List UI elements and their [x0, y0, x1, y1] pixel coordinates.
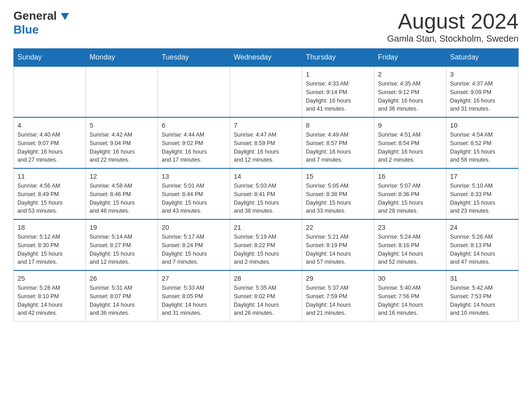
- month-title: August 2024: [387, 9, 519, 34]
- day-info: Sunrise: 5:05 AM Sunset: 8:38 PM Dayligh…: [306, 182, 370, 215]
- calendar-cell: 7Sunrise: 4:47 AM Sunset: 8:59 PM Daylig…: [230, 117, 302, 168]
- page-header: General Blue August 2024 Gamla Stan, Sto…: [13, 9, 519, 44]
- header-thursday: Thursday: [302, 49, 374, 67]
- day-info: Sunrise: 4:35 AM Sunset: 9:12 PM Dayligh…: [378, 80, 442, 113]
- day-info: Sunrise: 4:58 AM Sunset: 8:46 PM Dayligh…: [90, 182, 154, 215]
- day-info: Sunrise: 5:26 AM Sunset: 8:13 PM Dayligh…: [450, 233, 515, 266]
- day-info: Sunrise: 4:49 AM Sunset: 8:57 PM Dayligh…: [306, 131, 370, 164]
- day-number: 29: [306, 274, 370, 282]
- day-number: 19: [90, 223, 154, 231]
- svg-marker-0: [61, 13, 69, 20]
- day-info: Sunrise: 4:47 AM Sunset: 8:59 PM Dayligh…: [234, 131, 298, 164]
- day-number: 25: [17, 274, 82, 282]
- day-info: Sunrise: 5:40 AM Sunset: 7:56 PM Dayligh…: [378, 284, 442, 317]
- calendar-cell: 11Sunrise: 4:56 AM Sunset: 8:49 PM Dayli…: [14, 168, 86, 219]
- calendar-cell: 9Sunrise: 4:51 AM Sunset: 8:54 PM Daylig…: [374, 117, 446, 168]
- header-friday: Friday: [374, 49, 446, 67]
- day-number: 5: [90, 121, 154, 129]
- calendar-cell: 8Sunrise: 4:49 AM Sunset: 8:57 PM Daylig…: [302, 117, 374, 168]
- calendar-cell: 16Sunrise: 5:07 AM Sunset: 8:36 PM Dayli…: [374, 168, 446, 219]
- location-text: Gamla Stan, Stockholm, Sweden: [387, 34, 519, 44]
- logo: General Blue: [13, 9, 69, 37]
- day-info: Sunrise: 5:12 AM Sunset: 8:30 PM Dayligh…: [17, 233, 82, 266]
- day-info: Sunrise: 4:40 AM Sunset: 9:07 PM Dayligh…: [17, 131, 82, 164]
- calendar-cell: [86, 66, 158, 117]
- day-info: Sunrise: 4:33 AM Sunset: 9:14 PM Dayligh…: [306, 80, 370, 113]
- calendar-cell: 13Sunrise: 5:01 AM Sunset: 8:44 PM Dayli…: [158, 168, 230, 219]
- calendar-cell: 21Sunrise: 5:19 AM Sunset: 8:22 PM Dayli…: [230, 219, 302, 270]
- day-number: 4: [17, 121, 82, 129]
- day-number: 17: [450, 172, 515, 180]
- calendar-cell: 25Sunrise: 5:28 AM Sunset: 8:10 PM Dayli…: [14, 270, 86, 321]
- day-number: 18: [17, 223, 82, 231]
- calendar-cell: 3Sunrise: 4:37 AM Sunset: 9:09 PM Daylig…: [446, 66, 519, 117]
- calendar-cell: [14, 66, 86, 117]
- logo-blue-text: Blue: [13, 23, 39, 36]
- day-info: Sunrise: 5:03 AM Sunset: 8:41 PM Dayligh…: [234, 182, 298, 215]
- calendar-cell: 20Sunrise: 5:17 AM Sunset: 8:24 PM Dayli…: [158, 219, 230, 270]
- calendar-week-row: 1Sunrise: 4:33 AM Sunset: 9:14 PM Daylig…: [14, 66, 519, 117]
- calendar-cell: 19Sunrise: 5:14 AM Sunset: 8:27 PM Dayli…: [86, 219, 158, 270]
- calendar-cell: 1Sunrise: 4:33 AM Sunset: 9:14 PM Daylig…: [302, 66, 374, 117]
- day-number: 3: [450, 70, 515, 78]
- calendar-cell: 2Sunrise: 4:35 AM Sunset: 9:12 PM Daylig…: [374, 66, 446, 117]
- day-info: Sunrise: 4:51 AM Sunset: 8:54 PM Dayligh…: [378, 131, 442, 164]
- header-tuesday: Tuesday: [158, 49, 230, 67]
- day-number: 26: [90, 274, 154, 282]
- calendar-cell: 30Sunrise: 5:40 AM Sunset: 7:56 PM Dayli…: [374, 270, 446, 321]
- calendar-cell: 22Sunrise: 5:21 AM Sunset: 8:19 PM Dayli…: [302, 219, 374, 270]
- day-number: 6: [162, 121, 226, 129]
- calendar-cell: 27Sunrise: 5:33 AM Sunset: 8:05 PM Dayli…: [158, 270, 230, 321]
- day-number: 10: [450, 121, 515, 129]
- day-info: Sunrise: 5:10 AM Sunset: 8:33 PM Dayligh…: [450, 182, 515, 215]
- calendar-cell: 26Sunrise: 5:31 AM Sunset: 8:07 PM Dayli…: [86, 270, 158, 321]
- day-number: 12: [90, 172, 154, 180]
- calendar-cell: 10Sunrise: 4:54 AM Sunset: 8:52 PM Dayli…: [446, 117, 519, 168]
- header-sunday: Sunday: [14, 49, 86, 67]
- day-info: Sunrise: 5:42 AM Sunset: 7:53 PM Dayligh…: [450, 284, 515, 317]
- calendar-cell: 15Sunrise: 5:05 AM Sunset: 8:38 PM Dayli…: [302, 168, 374, 219]
- calendar-cell: 12Sunrise: 4:58 AM Sunset: 8:46 PM Dayli…: [86, 168, 158, 219]
- day-number: 7: [234, 121, 298, 129]
- calendar-cell: 18Sunrise: 5:12 AM Sunset: 8:30 PM Dayli…: [14, 219, 86, 270]
- day-number: 14: [234, 172, 298, 180]
- calendar-cell: 24Sunrise: 5:26 AM Sunset: 8:13 PM Dayli…: [446, 219, 519, 270]
- day-number: 28: [234, 274, 298, 282]
- logo-triangle-icon: [61, 13, 69, 20]
- calendar-cell: 31Sunrise: 5:42 AM Sunset: 7:53 PM Dayli…: [446, 270, 519, 321]
- calendar-cell: 5Sunrise: 4:42 AM Sunset: 9:04 PM Daylig…: [86, 117, 158, 168]
- day-info: Sunrise: 4:37 AM Sunset: 9:09 PM Dayligh…: [450, 80, 515, 113]
- calendar-cell: 29Sunrise: 5:37 AM Sunset: 7:59 PM Dayli…: [302, 270, 374, 321]
- day-number: 11: [17, 172, 82, 180]
- day-number: 24: [450, 223, 515, 231]
- day-info: Sunrise: 5:14 AM Sunset: 8:27 PM Dayligh…: [90, 233, 154, 266]
- day-info: Sunrise: 4:44 AM Sunset: 9:02 PM Dayligh…: [162, 131, 226, 164]
- day-info: Sunrise: 4:56 AM Sunset: 8:49 PM Dayligh…: [17, 182, 82, 215]
- calendar-body: 1Sunrise: 4:33 AM Sunset: 9:14 PM Daylig…: [14, 66, 519, 321]
- day-number: 31: [450, 274, 515, 282]
- day-info: Sunrise: 5:31 AM Sunset: 8:07 PM Dayligh…: [90, 284, 154, 317]
- header-monday: Monday: [86, 49, 158, 67]
- calendar-header: Sunday Monday Tuesday Wednesday Thursday…: [14, 49, 519, 67]
- calendar-week-row: 25Sunrise: 5:28 AM Sunset: 8:10 PM Dayli…: [14, 270, 519, 321]
- day-info: Sunrise: 5:35 AM Sunset: 8:02 PM Dayligh…: [234, 284, 298, 317]
- day-number: 9: [378, 121, 442, 129]
- day-number: 8: [306, 121, 370, 129]
- day-number: 21: [234, 223, 298, 231]
- day-info: Sunrise: 5:24 AM Sunset: 8:16 PM Dayligh…: [378, 233, 442, 266]
- day-number: 27: [162, 274, 226, 282]
- day-number: 30: [378, 274, 442, 282]
- day-number: 16: [378, 172, 442, 180]
- calendar-cell: 23Sunrise: 5:24 AM Sunset: 8:16 PM Dayli…: [374, 219, 446, 270]
- calendar-week-row: 18Sunrise: 5:12 AM Sunset: 8:30 PM Dayli…: [14, 219, 519, 270]
- day-number: 1: [306, 70, 370, 78]
- day-number: 13: [162, 172, 226, 180]
- day-number: 15: [306, 172, 370, 180]
- calendar-cell: 28Sunrise: 5:35 AM Sunset: 8:02 PM Dayli…: [230, 270, 302, 321]
- header-saturday: Saturday: [446, 49, 519, 67]
- day-info: Sunrise: 5:21 AM Sunset: 8:19 PM Dayligh…: [306, 233, 370, 266]
- day-info: Sunrise: 5:01 AM Sunset: 8:44 PM Dayligh…: [162, 182, 226, 215]
- calendar-table: Sunday Monday Tuesday Wednesday Thursday…: [13, 48, 519, 321]
- calendar-cell: 4Sunrise: 4:40 AM Sunset: 9:07 PM Daylig…: [14, 117, 86, 168]
- day-number: 20: [162, 223, 226, 231]
